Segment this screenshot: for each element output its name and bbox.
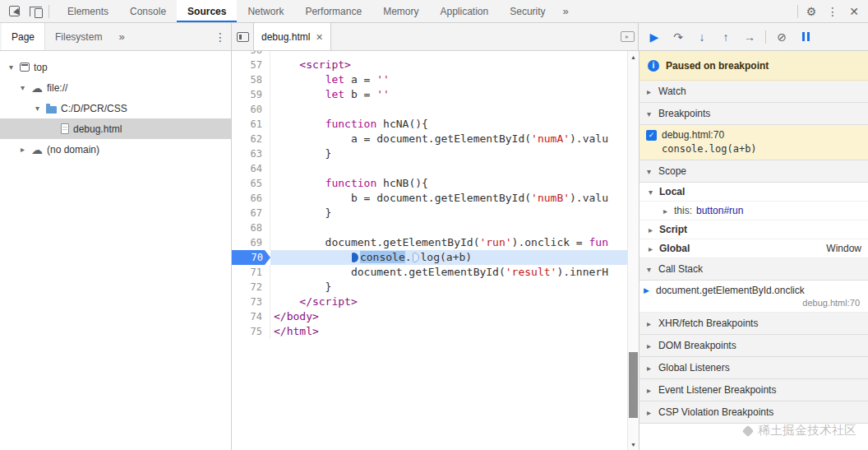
step-button[interactable]: →: [739, 26, 760, 48]
code-text[interactable]: [270, 102, 627, 117]
line-number[interactable]: 60: [232, 102, 270, 117]
tab-sources[interactable]: Sources: [177, 0, 237, 22]
inline-breakpoint-marker-icon[interactable]: [352, 253, 358, 262]
tab-memory[interactable]: Memory: [372, 0, 429, 22]
tab-page[interactable]: Page: [2, 23, 45, 50]
code-text[interactable]: function hcNA(){: [270, 117, 627, 132]
scope-local[interactable]: ▾ Local: [639, 183, 868, 202]
code-text[interactable]: [270, 51, 627, 58]
tab-console[interactable]: Console: [119, 0, 177, 22]
editor-scrollbar[interactable]: ▲ ▼: [627, 51, 639, 450]
scroll-down-arrow-icon[interactable]: ▼: [628, 438, 639, 450]
section-csp-violation-breakpoints[interactable]: ▸CSP Violation Breakpoints: [639, 401, 868, 424]
line-number[interactable]: 74: [232, 309, 270, 324]
code-text[interactable]: </body>: [270, 309, 627, 324]
step-out-button[interactable]: ↑: [715, 26, 736, 48]
tab-application[interactable]: Application: [429, 0, 499, 22]
kebab-menu-icon[interactable]: ⋮: [822, 1, 843, 22]
close-tab-icon[interactable]: ×: [316, 30, 322, 44]
code-text[interactable]: function hcNB(){: [270, 176, 627, 191]
toggle-debugger-panel-icon[interactable]: ▸: [616, 26, 638, 48]
more-navigator-tabs-button[interactable]: »: [112, 30, 131, 43]
chevron-down-icon[interactable]: ▾: [18, 83, 27, 92]
tab-filesystem[interactable]: Filesystem: [45, 23, 112, 50]
line-number[interactable]: 63: [232, 146, 270, 161]
settings-gear-icon[interactable]: ⚙: [801, 1, 822, 22]
section-watch[interactable]: ▸ Watch: [639, 81, 868, 103]
section-event-listener-breakpoints[interactable]: ▸Event Listener Breakpoints: [639, 379, 868, 401]
code-text[interactable]: let a = '': [270, 72, 627, 87]
code-text[interactable]: [270, 220, 627, 235]
line-number[interactable]: 58: [232, 72, 270, 87]
pause-on-exceptions-button[interactable]: [795, 26, 816, 48]
tab-performance[interactable]: Performance: [294, 0, 372, 22]
inline-breakpoint-marker-icon[interactable]: [413, 253, 419, 262]
call-stack-frame[interactable]: ▶ document.getElementById.onclick debug.…: [639, 281, 868, 313]
section-breakpoints[interactable]: ▾ Breakpoints: [639, 103, 868, 125]
breakpoint-checkbox[interactable]: ✓: [646, 130, 657, 141]
breakpoint-entry[interactable]: ✓ debug.html:70 console.log(a+b): [639, 125, 868, 160]
scroll-up-arrow-icon[interactable]: ▲: [628, 51, 639, 63]
more-panels-button[interactable]: »: [556, 5, 575, 17]
code-text[interactable]: <script>: [270, 58, 627, 72]
section-xhr-fetch-breakpoints[interactable]: ▸XHR/fetch Breakpoints: [639, 313, 868, 335]
tree-item-c-d-pcr-css[interactable]: ▾C:/D/PCR/CSS: [0, 98, 231, 118]
tab-network[interactable]: Network: [237, 0, 294, 22]
line-number[interactable]: 75: [232, 324, 270, 339]
step-over-button[interactable]: ↷: [667, 26, 689, 48]
tree-item-debug-html[interactable]: debug.html: [0, 118, 231, 139]
scope-global[interactable]: ▸ Global Window: [639, 239, 868, 258]
code-text[interactable]: console.log(a+b): [270, 250, 627, 265]
code-text[interactable]: b = document.getElementById('numB').valu: [270, 191, 627, 206]
code-text[interactable]: a = document.getElementById('numA').valu: [270, 132, 627, 146]
line-number[interactable]: 56: [232, 51, 270, 58]
resume-button[interactable]: ▶: [644, 26, 665, 48]
code-text[interactable]: document.getElementById('result').innerH: [270, 265, 627, 280]
section-global-listeners[interactable]: ▸Global Listeners: [639, 357, 868, 379]
line-number[interactable]: 62: [232, 132, 270, 146]
line-number[interactable]: 71: [232, 265, 270, 280]
toggle-navigator-icon[interactable]: [232, 26, 253, 48]
line-number[interactable]: 64: [232, 161, 270, 176]
device-toolbar-icon[interactable]: [25, 1, 46, 22]
code-text[interactable]: [270, 161, 627, 176]
line-number[interactable]: 70: [232, 250, 270, 265]
scope-script[interactable]: ▸ Script: [639, 220, 868, 239]
line-number[interactable]: 57: [232, 58, 270, 72]
scope-this-property[interactable]: ▸ this: button#run: [639, 202, 868, 220]
line-number[interactable]: 69: [232, 235, 270, 250]
line-number[interactable]: 73: [232, 295, 270, 309]
section-dom-breakpoints[interactable]: ▸DOM Breakpoints: [639, 335, 868, 357]
inspect-element-icon[interactable]: [3, 1, 25, 22]
code-text[interactable]: </html>: [270, 324, 627, 339]
deactivate-breakpoints-button[interactable]: ⊘: [771, 26, 792, 48]
close-icon[interactable]: ✕: [843, 1, 865, 22]
tab-security[interactable]: Security: [499, 0, 556, 22]
code-text[interactable]: }: [270, 280, 627, 295]
code-text[interactable]: document.getElementById('run').onclick =…: [270, 235, 627, 250]
chevron-down-icon[interactable]: ▾: [33, 104, 42, 113]
line-number[interactable]: 66: [232, 191, 270, 206]
chevron-right-icon[interactable]: ▸: [18, 145, 27, 154]
code-text[interactable]: let b = '': [270, 87, 627, 102]
line-number[interactable]: 65: [232, 176, 270, 191]
tree-item-top[interactable]: ▾top: [0, 57, 231, 77]
line-number[interactable]: 61: [232, 117, 270, 132]
code-text[interactable]: </script>: [270, 295, 627, 309]
chevron-down-icon[interactable]: ▾: [7, 63, 16, 72]
code-text[interactable]: }: [270, 146, 627, 161]
scrollbar-thumb[interactable]: [629, 352, 638, 418]
step-into-button[interactable]: ↓: [691, 26, 713, 48]
file-tab-debug-html[interactable]: debug.html ×: [253, 23, 331, 50]
section-scope[interactable]: ▾ Scope: [639, 160, 868, 183]
tree-item-file[interactable]: ▾☁file://: [0, 77, 231, 98]
code-text[interactable]: }: [270, 206, 627, 220]
tab-elements[interactable]: Elements: [57, 0, 119, 22]
line-number[interactable]: 72: [232, 280, 270, 295]
navigator-kebab-menu-icon[interactable]: ⋮: [210, 26, 231, 48]
line-number[interactable]: 67: [232, 206, 270, 220]
section-call-stack[interactable]: ▾ Call Stack: [639, 258, 868, 281]
tree-item-no-domain[interactable]: ▸☁(no domain): [0, 139, 231, 160]
line-number[interactable]: 68: [232, 220, 270, 235]
line-number[interactable]: 59: [232, 87, 270, 102]
